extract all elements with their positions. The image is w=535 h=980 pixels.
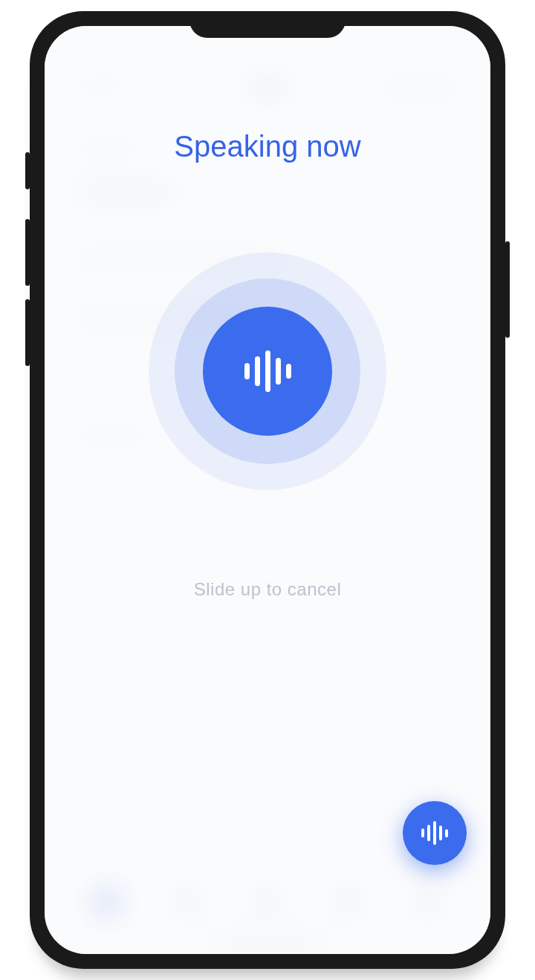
phone-side-button	[25, 299, 30, 366]
phone-side-button	[505, 241, 510, 338]
voice-button[interactable]	[203, 307, 332, 436]
waveform-icon	[244, 350, 291, 392]
voice-visualizer	[149, 252, 386, 490]
voice-capture-overlay[interactable]: Speaking now Slide up to cancel	[45, 26, 490, 954]
voice-fab-button[interactable]	[403, 801, 467, 865]
waveform-icon	[421, 821, 448, 845]
screen: Speaking now Slide up to cancel	[45, 26, 490, 954]
phone-side-button	[25, 219, 30, 286]
phone-side-button	[25, 152, 30, 189]
speaking-status-label: Speaking now	[174, 130, 360, 163]
cancel-hint-label: Slide up to cancel	[194, 579, 341, 600]
phone-frame: Speaking now Slide up to cancel	[30, 11, 505, 969]
